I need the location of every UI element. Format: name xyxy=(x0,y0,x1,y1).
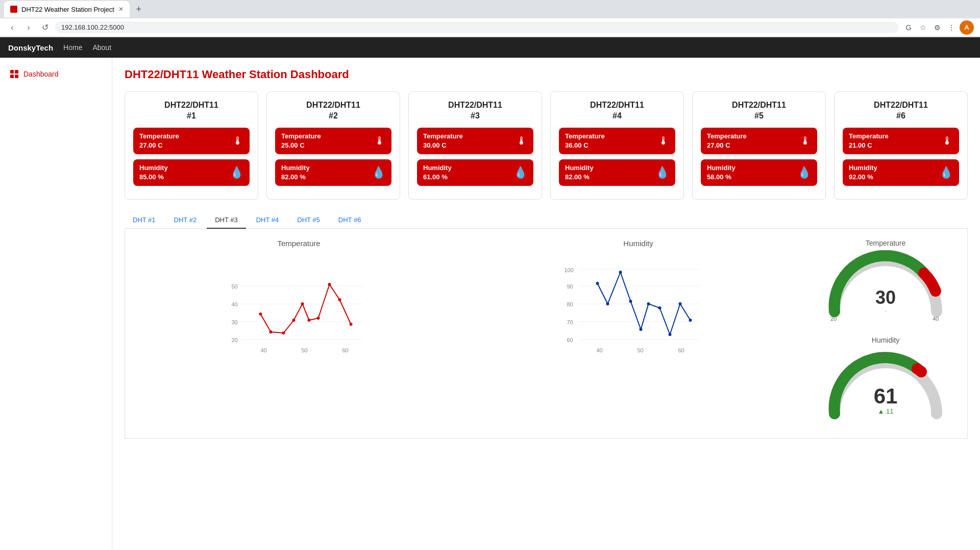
tab-dht-6[interactable]: DHT #6 xyxy=(330,212,370,229)
temperature-value-2: Temperature 25.00 C xyxy=(281,132,321,150)
svg-point-11 xyxy=(259,313,262,316)
svg-text:▲ 11: ▲ 11 xyxy=(878,408,894,415)
temperature-badge-4: Temperature 36.00 C 🌡 xyxy=(559,128,675,154)
svg-point-18 xyxy=(328,283,331,286)
sensor-card-title-6: DHT22/DHT11#6 xyxy=(843,100,959,122)
main-content: DHT22/DHT11 Weather Station Dashboard DH… xyxy=(112,58,980,550)
sensor-card-4[interactable]: DHT22/DHT11#4 Temperature 36.00 C 🌡 Humi… xyxy=(550,91,684,200)
temperature-value-1: Temperature 27.00 C xyxy=(139,132,179,150)
svg-point-41 xyxy=(669,333,672,336)
humidity-value-4: Humidity 82.00 % xyxy=(565,163,594,182)
sensor-cards: DHT22/DHT11#1 Temperature 27.00 C 🌡 Humi… xyxy=(125,91,968,200)
svg-point-37 xyxy=(629,300,632,303)
address-bar: ‹ › ↺ G ☆ ⚙ ⋮ A xyxy=(0,18,980,37)
svg-point-15 xyxy=(301,302,304,305)
temperature-value-6: Temperature 21.00 C xyxy=(849,132,889,150)
svg-point-38 xyxy=(640,328,643,331)
temperature-chart-container: Temperature 20 30 40 50 40 50 60 xyxy=(135,239,462,356)
reload-button[interactable]: ↺ xyxy=(39,21,51,34)
sensor-card-6[interactable]: DHT22/DHT11#6 Temperature 21.00 C 🌡 Humi… xyxy=(834,91,968,200)
temperature-chart-title: Temperature xyxy=(135,239,462,248)
svg-text:20: 20 xyxy=(830,316,837,322)
humidity-badge-2: Humidity 82.00 % 💧 xyxy=(275,159,391,186)
svg-text:30: 30 xyxy=(232,319,238,325)
svg-text:60: 60 xyxy=(567,337,573,343)
svg-text:50: 50 xyxy=(638,347,644,353)
page-title: DHT22/DHT11 Weather Station Dashboard xyxy=(125,68,968,81)
sensor-card-5[interactable]: DHT22/DHT11#5 Temperature 27.00 C 🌡 Humi… xyxy=(692,91,826,200)
humidity-badge-3: Humidity 61.00 % 💧 xyxy=(417,159,533,186)
address-input[interactable] xyxy=(55,21,898,33)
humidity-badge-4: Humidity 82.00 % 💧 xyxy=(559,159,675,186)
tab-dht-3[interactable]: DHT #3 xyxy=(207,212,246,229)
sensor-card-1[interactable]: DHT22/DHT11#1 Temperature 27.00 C 🌡 Humi… xyxy=(125,91,258,200)
sensor-card-2[interactable]: DHT22/DHT11#2 Temperature 25.00 C 🌡 Humi… xyxy=(266,91,400,200)
app-navbar: DonskyTech Home About xyxy=(0,37,980,58)
tab-dht-2[interactable]: DHT #2 xyxy=(166,212,205,229)
tab-dht-1[interactable]: DHT #1 xyxy=(125,212,164,229)
svg-point-13 xyxy=(282,331,285,334)
forward-button[interactable]: › xyxy=(22,21,35,34)
svg-text:80: 80 xyxy=(567,301,573,307)
nav-home[interactable]: Home xyxy=(63,43,82,52)
svg-text:20: 20 xyxy=(232,337,238,343)
browser-chrome: DHT22 Weather Station Project ✕ + ‹ › ↺ … xyxy=(0,0,980,37)
svg-point-43 xyxy=(689,319,692,322)
svg-text:90: 90 xyxy=(567,283,573,290)
sensor-card-title-5: DHT22/DHT11#5 xyxy=(701,100,817,122)
nav-about[interactable]: About xyxy=(92,43,111,52)
thermometer-icon-3: 🌡 xyxy=(516,134,527,148)
droplet-icon-4: 💧 xyxy=(655,166,669,179)
sensor-card-3[interactable]: DHT22/DHT11#3 Temperature 30.00 C 🌡 Humi… xyxy=(408,91,542,200)
profile-avatar[interactable]: A xyxy=(960,20,974,35)
temperature-gauge: Temperature 30 - 20 40 xyxy=(814,239,957,326)
droplet-icon-6: 💧 xyxy=(939,166,953,179)
svg-point-19 xyxy=(338,298,341,301)
svg-point-34 xyxy=(596,282,599,285)
svg-text:40: 40 xyxy=(232,301,238,307)
menu-icon[interactable]: ⋮ xyxy=(945,21,958,34)
svg-text:61: 61 xyxy=(874,384,898,408)
sensor-card-title-1: DHT22/DHT11#1 xyxy=(133,100,250,122)
sidebar-item-dashboard[interactable]: Dashboard xyxy=(0,66,112,82)
svg-point-14 xyxy=(292,319,296,322)
new-tab-button[interactable]: + xyxy=(132,2,146,16)
temperature-badge-6: Temperature 21.00 C 🌡 xyxy=(843,128,959,154)
thermometer-icon-1: 🌡 xyxy=(232,134,243,148)
svg-text:50: 50 xyxy=(232,283,238,290)
svg-point-16 xyxy=(308,319,311,322)
humidity-value-3: Humidity 61.00 % xyxy=(423,163,452,182)
svg-point-42 xyxy=(679,302,682,305)
temperature-value-4: Temperature 36.00 C xyxy=(565,132,605,150)
tab-dht-5[interactable]: DHT #5 xyxy=(289,212,328,229)
humidity-value-1: Humidity 85.00 % xyxy=(139,163,168,182)
charts-area: Temperature 20 30 40 50 40 50 60 xyxy=(125,229,968,439)
humidity-value-2: Humidity 82.00 % xyxy=(281,163,310,182)
thermometer-icon-4: 🌡 xyxy=(658,134,669,148)
tab-close-button[interactable]: ✕ xyxy=(118,6,124,13)
svg-point-17 xyxy=(317,317,320,320)
extensions-icon[interactable]: ⚙ xyxy=(931,21,943,34)
app-brand: DonskyTech xyxy=(8,43,53,52)
sensor-card-title-2: DHT22/DHT11#2 xyxy=(275,100,391,122)
temperature-value-3: Temperature 30.00 C xyxy=(423,132,463,150)
humidity-gauge-svg: 61 ▲ 11 50 xyxy=(824,347,947,426)
humidity-value-5: Humidity 58.00 % xyxy=(707,163,736,182)
humidity-chart-svg: 60 70 80 90 100 40 50 60 xyxy=(475,253,802,355)
active-tab[interactable]: DHT22 Weather Station Project ✕ xyxy=(4,1,130,17)
google-icon[interactable]: G xyxy=(902,21,915,34)
bookmark-icon[interactable]: ☆ xyxy=(917,21,929,34)
svg-text:100: 100 xyxy=(565,267,574,273)
humidity-badge-1: Humidity 85.00 % 💧 xyxy=(133,159,250,186)
humidity-chart-title: Humidity xyxy=(475,239,802,248)
temperature-gauge-title: Temperature xyxy=(814,239,957,247)
temperature-badge-3: Temperature 30.00 C 🌡 xyxy=(417,128,533,154)
temperature-badge-2: Temperature 25.00 C 🌡 xyxy=(275,128,391,154)
humidity-gauge-title: Humidity xyxy=(814,336,957,344)
tab-dht-4[interactable]: DHT #4 xyxy=(248,212,287,229)
svg-text:70: 70 xyxy=(567,319,573,325)
svg-text:40: 40 xyxy=(261,347,267,353)
humidity-gauge: Humidity 61 ▲ 11 50 xyxy=(814,336,957,428)
back-button[interactable]: ‹ xyxy=(6,21,18,34)
svg-point-40 xyxy=(658,306,662,309)
